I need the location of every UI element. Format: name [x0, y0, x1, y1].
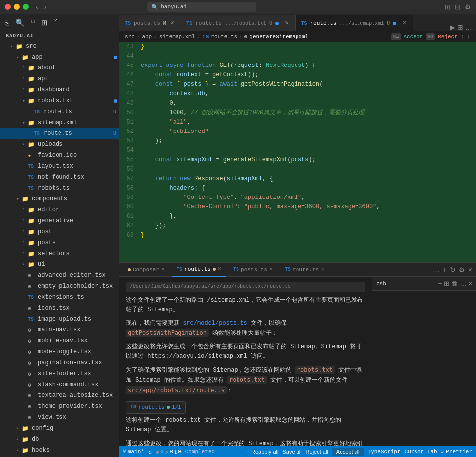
tree-item-components[interactable]: ▾ 📁 components [0, 194, 119, 204]
tree-item-ui[interactable]: › 📁 ui [0, 259, 119, 270]
terminal-content[interactable] [372, 291, 476, 446]
tree-item-posts[interactable]: › 📁 posts [0, 237, 119, 248]
reject-all-button[interactable]: Reject all [306, 449, 328, 455]
git-button[interactable]: ⑂ [30, 17, 36, 28]
tab-close-icon[interactable]: × [170, 19, 174, 27]
error-count[interactable]: ⊗ 0 △ 0 ℹ 0 [156, 449, 181, 455]
extensions-button[interactable]: ⊞ [40, 17, 49, 28]
refresh-button[interactable]: ↻ [450, 266, 456, 274]
chat-panel[interactable]: /Users/Jim/GitHub/baoyu.ai/src/app/robot… [119, 277, 372, 446]
more-actions-button[interactable]: … [465, 23, 472, 31]
tree-item-favicon[interactable]: ★ favicon.ico [0, 150, 119, 161]
tree-item-image-upload[interactable]: TS image-upload.ts [0, 314, 119, 325]
tree-item-mode-toggle[interactable]: ⚙ mode-toggle.tsx [0, 346, 119, 357]
tree-item-not-found[interactable]: TS not-found.tsx [0, 172, 119, 183]
search-button[interactable]: 🔍 [14, 17, 26, 28]
tree-item-generative[interactable]: › 📁 generative [0, 215, 119, 226]
panel-tab-close-icon[interactable]: × [321, 266, 324, 273]
cursor-tab-status[interactable]: Cursor Tab [405, 449, 437, 455]
tree-item-dashboard[interactable]: › 📁 dashboard [0, 84, 119, 95]
save-all-button[interactable]: Save all [282, 449, 301, 455]
tree-item-site-footer[interactable]: ⚙ site-footer.tsx [0, 368, 119, 379]
tree-item-theme-provider[interactable]: ⚙ theme-provider.tsx [0, 401, 119, 412]
split-editor-button[interactable]: ⊞ [457, 23, 463, 31]
prettier-status[interactable]: ✓ Prettier [441, 449, 472, 455]
terminal-add-button[interactable]: + [438, 280, 442, 287]
tree-item-selectors[interactable]: › 📁 selectors [0, 248, 119, 259]
terminal-trash-button[interactable]: 🗑 [451, 280, 458, 287]
close-button[interactable] [5, 4, 11, 10]
tree-item-db[interactable]: › 📁 db [0, 434, 119, 445]
breadcrumb-app[interactable]: app [142, 34, 152, 40]
terminal-more-button[interactable]: … [460, 280, 466, 287]
forward-button[interactable]: › [42, 2, 49, 12]
settings-icon[interactable]: ⚙ [465, 3, 471, 11]
tree-item-slash-command[interactable]: ⚙ slash-command.tsx [0, 379, 119, 390]
close-panel-button[interactable]: × [468, 266, 472, 274]
tab-route-robots[interactable]: TS route.ts .../robots.txt U × [180, 15, 295, 31]
run-button[interactable]: ▶ [450, 23, 455, 31]
tree-item-hooks[interactable]: › 📁 hooks [0, 445, 119, 456]
maximize-button[interactable] [23, 4, 29, 10]
address-bar[interactable]: 🔍 baoyu.ai [147, 2, 256, 12]
minimize-button[interactable] [14, 4, 20, 10]
reject-button[interactable]: Reject [438, 34, 458, 40]
panel-tab-posts-ts[interactable]: TS posts.ts × [228, 263, 278, 277]
tree-item-editor[interactable]: › 📁 editor [0, 204, 119, 215]
add-tab-button[interactable]: + [443, 266, 447, 274]
accept-button[interactable]: Accept [404, 34, 423, 40]
settings-panel-button[interactable]: ⚙ [459, 266, 465, 274]
tree-item-sitemap-xml[interactable]: ▾ 📁 sitemap.xml [0, 117, 119, 128]
language-status[interactable]: TypeScript [368, 449, 401, 455]
tree-item-route-robots[interactable]: TS route.ts U [0, 106, 119, 117]
window-icon[interactable]: ⊞ [445, 3, 451, 11]
posts-link[interactable]: src/model/posts.ts [183, 320, 247, 326]
down-arrow-icon[interactable]: ↓ [467, 34, 470, 40]
terminal-split-button[interactable]: ⊞ [444, 280, 449, 287]
breadcrumb-route[interactable]: route.ts [211, 34, 237, 40]
sync-icon[interactable]: ↻ [148, 449, 152, 455]
panel-tab-close-icon[interactable]: × [269, 266, 273, 273]
more-options-button[interactable]: … [433, 266, 440, 274]
tree-item-pagination-nav[interactable]: ⚙ pagination-nav.tsx [0, 357, 119, 368]
tree-item-view[interactable]: ⚙ view.tsx [0, 412, 119, 423]
panel-tab-close-icon[interactable]: × [161, 266, 165, 273]
new-file-button[interactable]: ⎘ [4, 17, 10, 28]
code-editor[interactable]: 43 } 44 45 export async function GET(req… [119, 42, 476, 262]
panel-tab-close-icon[interactable]: × [218, 266, 221, 273]
more-button[interactable]: ˅ [53, 17, 59, 28]
tree-item-mobile-nav[interactable]: ⚙ mobile-nav.tsx [0, 335, 119, 346]
tree-item-app[interactable]: ▾ 📁 app [0, 52, 119, 63]
panel-tab-route-ts[interactable]: TS route.ts × [172, 263, 226, 277]
breadcrumb-src[interactable]: src [125, 34, 135, 40]
panel-tab-composer[interactable]: Composer × [123, 263, 170, 277]
tree-item-textarea-autosize[interactable]: ⚙ textarea-autosize.tsx [0, 390, 119, 401]
up-arrow-icon[interactable]: ↑ [461, 34, 464, 40]
panel-tab-route-ts-2[interactable]: TS route.ts × [280, 263, 329, 277]
tree-item-post[interactable]: › 📁 post [0, 226, 119, 237]
back-button[interactable]: ‹ [34, 2, 40, 12]
tree-item-config[interactable]: › 📁 config [0, 423, 119, 434]
tab-close-icon[interactable]: × [402, 19, 406, 27]
tab-close-icon[interactable]: × [285, 19, 289, 27]
tree-item-icons[interactable]: ⚙ icons.tsx [0, 303, 119, 314]
git-branch[interactable]: ⑂ main* [123, 449, 144, 455]
tree-item-extensions[interactable]: TS extensions.ts [0, 292, 119, 303]
file-badge[interactable]: TS route.ts 1/1 [126, 401, 186, 414]
tree-item-main-nav[interactable]: ⚙ main-nav.tsx [0, 325, 119, 335]
split-icon[interactable]: ⊟ [455, 3, 461, 11]
breadcrumb-fn[interactable]: generateSitemapXml [249, 34, 308, 40]
tree-item-route-sitemap[interactable]: TS route.ts U [0, 128, 119, 139]
tree-item-robots-ts[interactable]: TS robots.ts [0, 183, 119, 194]
tab-route-sitemap[interactable]: TS route.ts .../sitemap.xml U × [296, 15, 413, 31]
tree-item-src[interactable]: ▾ 📁 src [0, 41, 119, 52]
tree-item-api[interactable]: › 📁 api [0, 73, 119, 84]
terminal-close-button[interactable]: × [468, 280, 472, 287]
reapply-button[interactable]: Reapply all [251, 449, 278, 455]
tab-posts-ts[interactable]: TS posts.ts M × [119, 15, 180, 31]
breadcrumb-sitemap[interactable]: sitemap.xml [159, 34, 195, 40]
tree-item-advanced-editor[interactable]: ⚙ advanced-editor.tsx [0, 270, 119, 281]
accept-all-button[interactable]: Accept all [332, 448, 364, 456]
tree-item-robots-txt[interactable]: ▾ 📁 robots.txt [0, 95, 119, 106]
tree-item-empty-placeholder[interactable]: ⚙ empty-placeholder.tsx [0, 281, 119, 292]
